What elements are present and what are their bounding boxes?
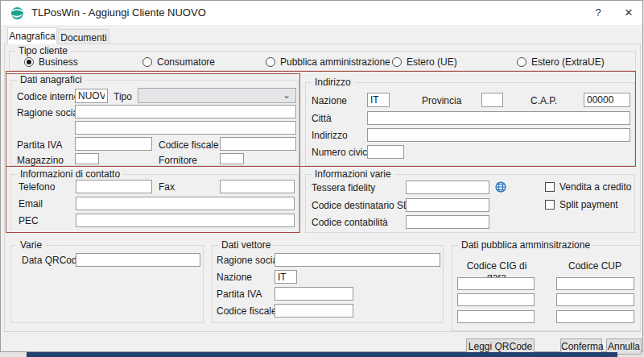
fax-input[interactable] bbox=[220, 180, 295, 193]
radio-estero-extraue-circle bbox=[517, 57, 526, 67]
chevron-down-icon: ⌄ bbox=[283, 89, 291, 102]
group-dati-pa-title: Dati pubblica amminsitrazione bbox=[458, 239, 593, 251]
tipo-label: Tipo bbox=[114, 91, 132, 102]
partita-iva-input[interactable] bbox=[75, 137, 152, 151]
magazzino-label: Magazzino bbox=[17, 155, 64, 166]
radio-business-label: Business bbox=[39, 56, 78, 68]
numero-civico-label: Numero civico bbox=[312, 147, 373, 158]
codice-fiscale-input[interactable] bbox=[220, 137, 296, 151]
magazzino-input[interactable] bbox=[75, 153, 99, 164]
vettore-partita-iva-label: Partita IVA bbox=[217, 289, 262, 300]
telefono-label: Telefono bbox=[19, 181, 55, 193]
citta-label: Città bbox=[312, 113, 332, 124]
group-informazioni-varie-title: Informazioni varie bbox=[312, 168, 394, 180]
radio-estero-ue-circle bbox=[392, 57, 402, 67]
globe-icon[interactable] bbox=[495, 181, 506, 193]
pec-input[interactable] bbox=[76, 214, 295, 227]
codice-sdi-input[interactable] bbox=[406, 198, 489, 212]
ragione-sociale-input-2[interactable] bbox=[75, 121, 296, 135]
provincia-label: Provincia bbox=[422, 95, 461, 106]
close-button[interactable]: ✕ bbox=[619, 3, 638, 23]
vettore-nazione-label: Nazione bbox=[217, 272, 252, 283]
dialog-aggiungi-cliente: TLPosWin - Aggiungi Cliente NUOVO ? ✕ An… bbox=[0, 0, 643, 352]
checkbox-split-payment-box bbox=[545, 200, 555, 210]
taskbar-strip bbox=[27, 352, 617, 357]
codice-contabilita-label: Codice contabilità bbox=[312, 217, 388, 228]
indirizzo-label: Indirizzo bbox=[312, 130, 348, 141]
telefono-input[interactable] bbox=[76, 180, 152, 193]
codice-interno-label: Codice interno bbox=[17, 91, 79, 102]
data-qrcode-input[interactable] bbox=[76, 253, 200, 267]
data-qrcode-label: Data QRCode bbox=[22, 255, 82, 266]
tab-documenti[interactable]: Documenti bbox=[58, 29, 109, 44]
group-dati-anagrafici-title: Dati anagrafici bbox=[17, 74, 85, 85]
codice-fiscale-label: Codice fiscale bbox=[159, 139, 219, 151]
vettore-codice-fiscale-input[interactable] bbox=[275, 304, 353, 318]
codice-interno-input[interactable] bbox=[75, 89, 108, 103]
fax-label: Fax bbox=[159, 181, 175, 193]
checkbox-vendita-credito[interactable]: Vendita a credito bbox=[545, 181, 634, 193]
radio-pubblica-amministrazione[interactable]: Pubblica amministrazione bbox=[266, 56, 402, 68]
codice-contabilita-input[interactable] bbox=[406, 215, 489, 229]
screen: TLPosWin - Aggiungi Cliente NUOVO ? ✕ An… bbox=[0, 0, 644, 357]
cap-input[interactable] bbox=[584, 93, 630, 107]
partita-iva-label: Partita IVA bbox=[17, 139, 62, 151]
radio-estero-ue-label: Estero (UE) bbox=[407, 56, 457, 68]
ragione-sociale-input[interactable] bbox=[75, 105, 296, 118]
vettore-codice-fiscale-label: Codice fiscale bbox=[217, 305, 277, 317]
app-logo-icon bbox=[10, 6, 25, 21]
radio-business-circle bbox=[24, 57, 34, 67]
radio-business[interactable]: Business bbox=[24, 56, 129, 68]
fornitore-label: Fornitore bbox=[159, 155, 197, 166]
radio-pubblica-amministrazione-label: Pubblica amministrazione bbox=[280, 56, 390, 68]
cig-input-3[interactable] bbox=[457, 310, 535, 323]
vettore-ragione-sociale-input[interactable] bbox=[275, 253, 440, 267]
cig-input-1[interactable] bbox=[457, 277, 535, 290]
title-bar: TLPosWin - Aggiungi Cliente NUOVO ? ✕ bbox=[1, 1, 642, 25]
radio-consumatore-circle bbox=[142, 57, 152, 67]
vettore-partita-iva-input[interactable] bbox=[275, 287, 353, 301]
numero-civico-input[interactable] bbox=[367, 145, 404, 159]
group-dati-vettore-title: Dati vettore bbox=[218, 239, 274, 251]
cup-input-1[interactable] bbox=[556, 277, 634, 290]
tessera-fidelity-label: Tessera fidelity bbox=[312, 182, 375, 193]
cap-label: C.A.P. bbox=[530, 95, 557, 106]
checkbox-vendita-credito-box bbox=[545, 182, 555, 192]
citta-input[interactable] bbox=[367, 111, 630, 125]
pec-label: PEC bbox=[19, 215, 39, 226]
cup-input-2[interactable] bbox=[556, 293, 634, 306]
help-button[interactable]: ? bbox=[588, 3, 608, 23]
group-varie-title: Varie bbox=[17, 239, 45, 251]
radio-estero-extraue[interactable]: Estero (ExtraUE) bbox=[517, 56, 621, 68]
radio-estero-extraue-label: Estero (ExtraUE) bbox=[531, 56, 605, 68]
group-informazioni-contatto-title: Informazioni di contatto bbox=[17, 168, 123, 180]
radio-consumatore[interactable]: Consumatore bbox=[142, 56, 247, 68]
cig-input-2[interactable] bbox=[457, 293, 535, 306]
fornitore-input[interactable] bbox=[220, 153, 244, 164]
tab-anagrafica-label: Anagrafica bbox=[9, 31, 55, 42]
provincia-input[interactable] bbox=[481, 93, 503, 107]
email-input[interactable] bbox=[76, 197, 295, 210]
email-label: Email bbox=[19, 198, 43, 210]
tessera-fidelity-input[interactable] bbox=[406, 181, 489, 194]
nazione-label: Nazione bbox=[312, 95, 347, 106]
window-title: TLPosWin - Aggiungi Cliente NUOVO bbox=[31, 6, 206, 19]
vettore-nazione-input[interactable] bbox=[275, 270, 297, 284]
nazione-input[interactable] bbox=[367, 93, 390, 107]
group-indirizzo-title: Indirizzo bbox=[312, 77, 354, 88]
group-tipo-cliente-title: Tipo cliente bbox=[15, 45, 71, 56]
checkbox-split-payment-label: Split payment bbox=[559, 199, 618, 210]
group-tipo-cliente: Tipo cliente Business Consumatore Pubbli… bbox=[9, 51, 636, 71]
radio-estero-ue[interactable]: Estero (UE) bbox=[392, 56, 481, 68]
tab-documenti-label: Documenti bbox=[60, 32, 106, 44]
codice-sdi-label: Codice destinatario SDI bbox=[312, 200, 413, 211]
checkbox-split-payment[interactable]: Split payment bbox=[545, 199, 634, 210]
radio-consumatore-label: Consumatore bbox=[157, 56, 215, 68]
cup-input-3[interactable] bbox=[556, 310, 634, 323]
indirizzo-input[interactable] bbox=[367, 128, 630, 142]
checkbox-vendita-credito-label: Vendita a credito bbox=[559, 181, 631, 193]
radio-pubblica-amministrazione-circle bbox=[266, 57, 275, 67]
cup-column-header: Codice CUP bbox=[555, 260, 635, 272]
tab-anagrafica[interactable]: Anagrafica bbox=[7, 27, 57, 44]
tipo-dropdown[interactable]: ⌄ bbox=[138, 88, 296, 103]
